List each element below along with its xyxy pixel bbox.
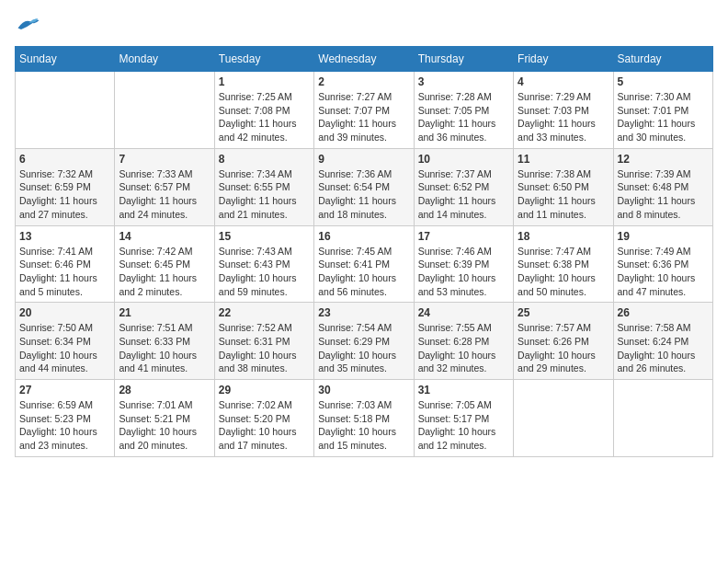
day-detail: Sunrise: 7:51 AMSunset: 6:33 PMDaylight:…: [119, 321, 210, 375]
day-number: 1: [219, 75, 310, 88]
day-detail: Sunrise: 7:57 AMSunset: 6:26 PMDaylight:…: [518, 321, 609, 375]
day-number: 7: [119, 153, 210, 166]
day-detail: Sunrise: 7:27 AMSunset: 7:07 PMDaylight:…: [318, 90, 409, 144]
day-number: 3: [418, 75, 509, 88]
day-detail: Sunrise: 7:42 AMSunset: 6:45 PMDaylight:…: [119, 245, 210, 299]
day-detail: Sunrise: 7:58 AMSunset: 6:24 PMDaylight:…: [618, 321, 709, 375]
day-number: 6: [19, 153, 110, 166]
calendar-cell: 2Sunrise: 7:27 AMSunset: 7:07 PMDaylight…: [314, 72, 414, 149]
calendar-cell: 12Sunrise: 7:39 AMSunset: 6:48 PMDayligh…: [613, 148, 712, 225]
page-header: [15, 15, 713, 35]
day-number: 10: [418, 153, 509, 166]
weekday-header: Saturday: [613, 47, 712, 72]
calendar-cell: 17Sunrise: 7:46 AMSunset: 6:39 PMDayligh…: [414, 225, 513, 303]
calendar-cell: 27Sunrise: 6:59 AMSunset: 5:23 PMDayligh…: [16, 380, 115, 457]
day-number: 15: [219, 230, 310, 243]
calendar-cell: 14Sunrise: 7:42 AMSunset: 6:45 PMDayligh…: [115, 225, 214, 303]
calendar-cell: 4Sunrise: 7:29 AMSunset: 7:03 PMDaylight…: [514, 72, 613, 149]
day-number: 9: [318, 153, 409, 166]
calendar-cell: [613, 380, 712, 457]
weekday-header: Wednesday: [314, 47, 414, 72]
day-number: 30: [318, 384, 409, 396]
calendar-cell: 31Sunrise: 7:05 AMSunset: 5:17 PMDayligh…: [414, 380, 513, 457]
day-detail: Sunrise: 7:39 AMSunset: 6:48 PMDaylight:…: [618, 167, 709, 222]
calendar-cell: 18Sunrise: 7:47 AMSunset: 6:38 PMDayligh…: [514, 225, 613, 303]
day-detail: Sunrise: 7:25 AMSunset: 7:08 PMDaylight:…: [219, 90, 310, 144]
day-detail: Sunrise: 7:47 AMSunset: 6:38 PMDaylight:…: [518, 245, 609, 299]
day-detail: Sunrise: 7:01 AMSunset: 5:21 PMDaylight:…: [119, 398, 210, 453]
day-number: 11: [518, 153, 609, 166]
day-number: 25: [518, 306, 609, 319]
logo-icon: [15, 15, 40, 35]
logo: [15, 15, 44, 35]
day-number: 18: [518, 230, 609, 243]
day-detail: Sunrise: 7:37 AMSunset: 6:52 PMDaylight:…: [418, 167, 509, 222]
day-number: 14: [119, 230, 210, 243]
calendar-cell: 21Sunrise: 7:51 AMSunset: 6:33 PMDayligh…: [115, 303, 214, 380]
day-detail: Sunrise: 7:52 AMSunset: 6:31 PMDaylight:…: [219, 321, 310, 375]
calendar-cell: [115, 72, 214, 149]
day-detail: Sunrise: 7:49 AMSunset: 6:36 PMDaylight:…: [618, 245, 709, 299]
day-number: 2: [318, 75, 409, 88]
day-detail: Sunrise: 7:55 AMSunset: 6:28 PMDaylight:…: [418, 321, 509, 375]
day-number: 27: [19, 384, 110, 396]
day-number: 16: [318, 230, 409, 243]
calendar-table: SundayMondayTuesdayWednesdayThursdayFrid…: [15, 46, 713, 457]
day-detail: Sunrise: 6:59 AMSunset: 5:23 PMDaylight:…: [19, 398, 110, 453]
calendar-header-row: SundayMondayTuesdayWednesdayThursdayFrid…: [16, 47, 713, 72]
calendar-cell: 11Sunrise: 7:38 AMSunset: 6:50 PMDayligh…: [514, 148, 613, 225]
day-number: 8: [219, 153, 310, 166]
calendar-cell: 16Sunrise: 7:45 AMSunset: 6:41 PMDayligh…: [314, 225, 414, 303]
calendar-week-row: 27Sunrise: 6:59 AMSunset: 5:23 PMDayligh…: [16, 380, 713, 457]
calendar-cell: [514, 380, 613, 457]
calendar-cell: 20Sunrise: 7:50 AMSunset: 6:34 PMDayligh…: [16, 303, 115, 380]
day-detail: Sunrise: 7:36 AMSunset: 6:54 PMDaylight:…: [318, 167, 409, 222]
day-number: 21: [119, 306, 210, 319]
day-detail: Sunrise: 7:45 AMSunset: 6:41 PMDaylight:…: [318, 245, 409, 299]
weekday-header: Tuesday: [214, 47, 313, 72]
day-number: 12: [618, 153, 709, 166]
calendar-cell: 13Sunrise: 7:41 AMSunset: 6:46 PMDayligh…: [16, 225, 115, 303]
day-detail: Sunrise: 7:03 AMSunset: 5:18 PMDaylight:…: [318, 398, 409, 453]
weekday-header: Friday: [514, 47, 613, 72]
day-number: 23: [318, 306, 409, 319]
calendar-week-row: 20Sunrise: 7:50 AMSunset: 6:34 PMDayligh…: [16, 303, 713, 380]
weekday-header: Monday: [115, 47, 214, 72]
day-number: 28: [119, 384, 210, 396]
calendar-cell: 3Sunrise: 7:28 AMSunset: 7:05 PMDaylight…: [414, 72, 513, 149]
calendar-cell: 15Sunrise: 7:43 AMSunset: 6:43 PMDayligh…: [214, 225, 313, 303]
day-number: 24: [418, 306, 509, 319]
calendar-week-row: 1Sunrise: 7:25 AMSunset: 7:08 PMDaylight…: [16, 72, 713, 149]
day-number: 29: [219, 384, 310, 396]
day-detail: Sunrise: 7:28 AMSunset: 7:05 PMDaylight:…: [418, 90, 509, 144]
calendar-cell: 9Sunrise: 7:36 AMSunset: 6:54 PMDaylight…: [314, 148, 414, 225]
day-detail: Sunrise: 7:38 AMSunset: 6:50 PMDaylight:…: [518, 167, 609, 222]
day-detail: Sunrise: 7:32 AMSunset: 6:59 PMDaylight:…: [19, 167, 110, 222]
calendar-cell: 8Sunrise: 7:34 AMSunset: 6:55 PMDaylight…: [214, 148, 313, 225]
calendar-cell: 22Sunrise: 7:52 AMSunset: 6:31 PMDayligh…: [214, 303, 313, 380]
calendar-cell: 19Sunrise: 7:49 AMSunset: 6:36 PMDayligh…: [613, 225, 712, 303]
day-number: 13: [19, 230, 110, 243]
day-number: 19: [618, 230, 709, 243]
weekday-header: Thursday: [414, 47, 513, 72]
day-number: 26: [618, 306, 709, 319]
calendar-cell: 28Sunrise: 7:01 AMSunset: 5:21 PMDayligh…: [115, 380, 214, 457]
day-detail: Sunrise: 7:05 AMSunset: 5:17 PMDaylight:…: [418, 398, 509, 453]
day-number: 20: [19, 306, 110, 319]
calendar-cell: 30Sunrise: 7:03 AMSunset: 5:18 PMDayligh…: [314, 380, 414, 457]
day-number: 31: [418, 384, 509, 396]
day-detail: Sunrise: 7:41 AMSunset: 6:46 PMDaylight:…: [19, 245, 110, 299]
calendar-cell: 26Sunrise: 7:58 AMSunset: 6:24 PMDayligh…: [613, 303, 712, 380]
day-detail: Sunrise: 7:02 AMSunset: 5:20 PMDaylight:…: [219, 398, 310, 453]
day-number: 5: [618, 75, 709, 88]
calendar-week-row: 6Sunrise: 7:32 AMSunset: 6:59 PMDaylight…: [16, 148, 713, 225]
calendar-cell: 1Sunrise: 7:25 AMSunset: 7:08 PMDaylight…: [214, 72, 313, 149]
day-detail: Sunrise: 7:33 AMSunset: 6:57 PMDaylight:…: [119, 167, 210, 222]
calendar-cell: 5Sunrise: 7:30 AMSunset: 7:01 PMDaylight…: [613, 72, 712, 149]
day-detail: Sunrise: 7:34 AMSunset: 6:55 PMDaylight:…: [219, 167, 310, 222]
calendar-cell: 25Sunrise: 7:57 AMSunset: 6:26 PMDayligh…: [514, 303, 613, 380]
day-detail: Sunrise: 7:46 AMSunset: 6:39 PMDaylight:…: [418, 245, 509, 299]
day-detail: Sunrise: 7:54 AMSunset: 6:29 PMDaylight:…: [318, 321, 409, 375]
day-number: 17: [418, 230, 509, 243]
calendar-cell: 23Sunrise: 7:54 AMSunset: 6:29 PMDayligh…: [314, 303, 414, 380]
